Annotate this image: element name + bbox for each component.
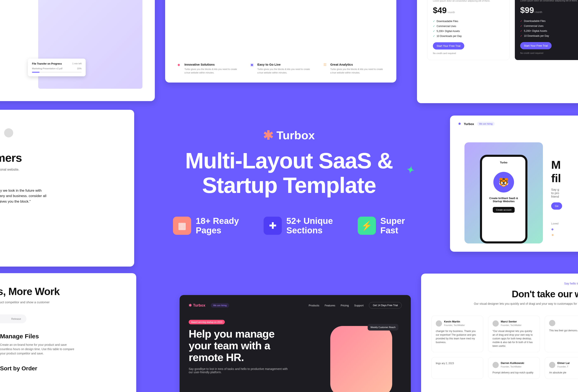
get-button[interactable]: Ge — [551, 202, 562, 210]
testimonial-card: lings ary 2, 2023 — [432, 357, 483, 379]
stat-pages: ▦ 18+ ReadyPages — [173, 216, 239, 235]
preview-testimonial: ied Customers change gives you the block… — [0, 110, 134, 266]
brand-name: Turbox — [276, 129, 315, 142]
analytics-icon: ☷ — [324, 63, 327, 69]
start-trial-button[interactable]: Start Your Free Trial — [520, 42, 552, 49]
testimonial-card: This tea their gui demons An absol — [545, 316, 578, 352]
innovation-icon: ◆ — [178, 63, 182, 69]
hero: ✱ Turbox Multi-Layout SaaS & Startup Tem… — [144, 128, 434, 235]
plan-basic: Basic Lorem ipsum dolor sit consectetur … — [427, 0, 509, 60]
testimonial-card: Darren KulikowskiFounder, TechMatter Pro… — [488, 357, 540, 379]
phone-hero: Turbo 🐯 Create brilliant SaaS &Startup W… — [465, 142, 543, 243]
layout-icon: ▦ — [173, 217, 191, 235]
preview-testimonials-grid: Say hello to New Feature Don't take our … — [421, 274, 578, 392]
tl-photo: File Transfer on Progress 1 min left Mar… — [38, 0, 143, 89]
testimonial-card: Marci SenterFounder, TechMatter "Our vis… — [488, 316, 540, 352]
brand: ✱ Turbox — [263, 128, 315, 142]
file-transfer-card: File Transfer on Progress 1 min left Mar… — [28, 59, 86, 76]
feature: ◆ Innovative SolutionsTurbo gives you th… — [178, 63, 238, 74]
avatar — [4, 128, 13, 137]
app-logo-icon: 🐯 — [493, 172, 514, 192]
trial-button[interactable]: Get 14 Days Free Trial — [369, 302, 402, 309]
preview-dark-hero: ✱Turbox We are hiring Products Features … — [180, 295, 411, 392]
live-icon: ▣ — [250, 63, 254, 69]
feature: ☷ Great AnalyticsTurbo gives you the blo… — [324, 63, 384, 74]
stat-fast: ⚡ SuperFast — [358, 216, 405, 235]
preview-bottom-left: ess Clicks, More Work e this table to co… — [0, 273, 136, 392]
start-trial-button[interactable]: Start Your Free Trial — [433, 42, 464, 49]
puzzle-icon: ✚ — [264, 217, 282, 235]
create-account-button[interactable]: Create account — [493, 207, 515, 213]
metric-card: Weekly Customer Reach — [368, 324, 398, 331]
plan-standard: Most Popular Standard Lorem ipsum dolor … — [515, 0, 578, 60]
preview-top-left: without elf! ed to or Tailwind UI kits. … — [0, 0, 155, 101]
preview-pricing: Monthly Yearly SAVE 20% Basic Lorem ipsu… — [417, 0, 578, 103]
hero-title: Multi-Layout SaaS & Startup Template — [144, 149, 434, 198]
testimonial-card: Elmer LarFounder, T An absolute ple — [545, 357, 578, 379]
tl-heading: without elf! — [0, 0, 30, 21]
testimonial-card: Kevin MartinFounder, TechMatter changer … — [432, 316, 483, 352]
preview-mobile: ✱ Turbox We are hiring Pri ⌇ Turbo 🐯 Cre… — [450, 116, 578, 252]
ml-title: ied Customers — [0, 151, 120, 165]
brand-asterisk-icon: ✱ — [263, 128, 274, 142]
feature: ▣ Easy to Go LiveTurbo gives you the blo… — [250, 63, 311, 74]
partner-icon: ☀ — [551, 233, 562, 237]
preview-top-center: 2 Left ◓ Pixels Design studio Manage all… — [165, 0, 396, 83]
tabs[interactable]: Manage Customize Release — [0, 314, 26, 323]
navbar: ✱Turbox We are hiring Products Features … — [189, 302, 402, 309]
bolt-icon: ⚡ — [358, 217, 376, 235]
partner-icon: ◈ — [551, 227, 562, 231]
stat-sections: ✚ 52+ UniqueSections — [264, 216, 333, 235]
hero-photo — [330, 326, 392, 392]
hero-stats: ▦ 18+ ReadyPages ✚ 52+ UniqueSections ⚡ … — [144, 216, 434, 235]
quote: "In the new era of technology we look in… — [0, 188, 48, 216]
